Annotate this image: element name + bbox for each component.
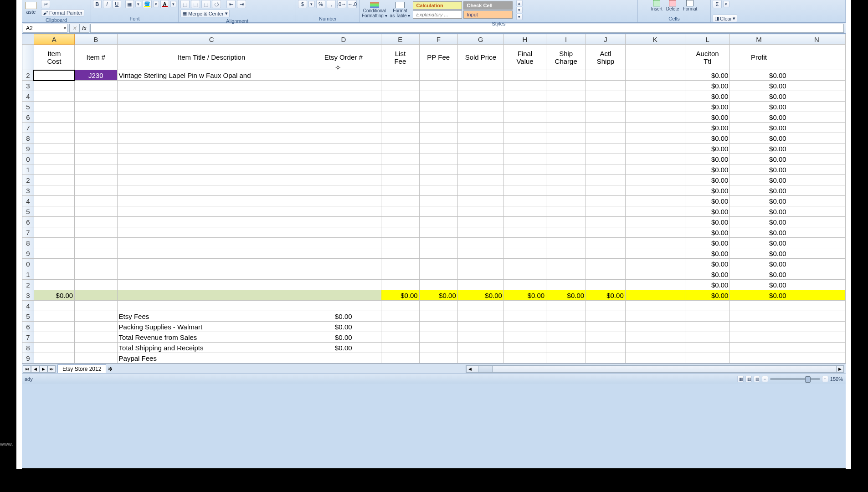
cell-E20[interactable] (381, 259, 420, 269)
cell-C11[interactable] (117, 164, 306, 175)
cell-I11[interactable] (546, 164, 586, 175)
summary-val-0[interactable]: $0.00 (306, 311, 381, 322)
cell-K20[interactable] (625, 259, 685, 269)
fill-dropdown[interactable]: ▾ (153, 1, 159, 7)
cell-B9[interactable] (75, 144, 117, 154)
cell-E23[interactable]: $0.00 (381, 290, 420, 301)
cell-F8[interactable] (419, 133, 457, 144)
cell-E14[interactable] (381, 196, 420, 206)
cell-E12[interactable] (381, 175, 420, 185)
cell-K12[interactable] (625, 175, 685, 185)
cell-A17[interactable] (34, 227, 74, 238)
cell-K19[interactable] (625, 248, 685, 259)
cell-E22[interactable] (381, 280, 420, 290)
cell-G12[interactable] (457, 175, 503, 185)
cell-D24[interactable] (306, 301, 381, 311)
header-F[interactable]: PP Fee (419, 45, 457, 70)
cell-M17[interactable]: $0.00 (730, 227, 788, 238)
cell-H14[interactable] (503, 196, 546, 206)
cell-K8[interactable] (625, 133, 685, 144)
cell-B5[interactable] (75, 102, 117, 112)
cell-K16[interactable] (625, 217, 685, 227)
cell-I3[interactable] (546, 81, 586, 91)
cell-M2[interactable]: $0.00 (730, 70, 788, 81)
styles-scroll-down[interactable]: ▾ (516, 7, 523, 13)
cell-J16[interactable] (586, 217, 626, 227)
cell-G22[interactable] (457, 280, 503, 290)
align-top-button[interactable]: ⬚ (180, 0, 190, 8)
tab-last-button[interactable]: ⏭ (47, 365, 56, 373)
cell-L5[interactable]: $0.00 (685, 102, 730, 112)
summary-label-1[interactable]: Packing Supplies - Walmart (117, 322, 306, 332)
header-L[interactable]: AucitonTtl (685, 45, 730, 70)
styles-scroll-up[interactable]: ▴ (516, 0, 523, 6)
summary-val-1[interactable]: $0.00 (306, 322, 381, 332)
cell-A9[interactable] (34, 144, 74, 154)
cell-N15[interactable] (788, 206, 845, 217)
cell-G14[interactable] (457, 196, 503, 206)
cell-G20[interactable] (457, 259, 503, 269)
cell-A4[interactable] (34, 91, 74, 102)
cell-M22[interactable]: $0.00 (730, 280, 788, 290)
insert-button[interactable]: Insert (651, 0, 663, 11)
cell-L23[interactable]: $0.00 (685, 290, 730, 301)
cell-L10[interactable]: $0.00 (685, 154, 730, 164)
cell-H4[interactable] (503, 91, 546, 102)
cell-I9[interactable] (546, 144, 586, 154)
cell-G3[interactable] (457, 81, 503, 91)
clear-button[interactable]: ◨Clear ▾ (713, 15, 737, 22)
cell-K18[interactable] (625, 238, 685, 248)
cell-A7[interactable] (34, 123, 74, 133)
cell-G18[interactable] (457, 238, 503, 248)
cell-N2[interactable] (788, 70, 845, 81)
cell-L4[interactable]: $0.00 (685, 91, 730, 102)
cell-M19[interactable]: $0.00 (730, 248, 788, 259)
cell-E9[interactable] (381, 144, 420, 154)
header-B[interactable]: Item # (75, 45, 117, 70)
row-header-16[interactable]: 6 (22, 217, 34, 227)
decrease-decimal-button[interactable]: ←.0 (348, 0, 357, 8)
cell-D9[interactable] (306, 144, 381, 154)
cell-D6[interactable] (306, 112, 381, 123)
cell-M4[interactable]: $0.00 (730, 91, 788, 102)
cell-M12[interactable]: $0.00 (730, 175, 788, 185)
cell-F14[interactable] (419, 196, 457, 206)
summary-val-4[interactable] (306, 353, 381, 364)
format-painter-button[interactable]: 🖌Format Painter (41, 9, 84, 16)
cell-A12[interactable] (34, 175, 74, 185)
cell-D17[interactable] (306, 227, 381, 238)
cell-G23[interactable]: $0.00 (457, 290, 503, 301)
cell-E19[interactable] (381, 248, 420, 259)
cell-N14[interactable] (788, 196, 845, 206)
cell-A14[interactable] (34, 196, 74, 206)
header-I[interactable]: ShipCharge (546, 45, 586, 70)
row-header-23[interactable]: 3 (22, 290, 34, 301)
style-calculation[interactable]: Calculation (413, 1, 462, 10)
cell-L19[interactable]: $0.00 (685, 248, 730, 259)
cell-J12[interactable] (586, 175, 626, 185)
cell-B15[interactable] (75, 206, 117, 217)
cell-F6[interactable] (419, 112, 457, 123)
cell-H2[interactable] (503, 70, 546, 81)
cell-M16[interactable]: $0.00 (730, 217, 788, 227)
cell-J5[interactable] (586, 102, 626, 112)
conditional-formatting-button[interactable]: Conditional Formatting ▾ (362, 2, 387, 18)
cell-I2[interactable] (546, 70, 586, 81)
cell-D14[interactable] (306, 196, 381, 206)
column-header-N[interactable]: N (788, 34, 845, 45)
cell-H21[interactable] (503, 269, 546, 280)
scroll-left-button[interactable]: ◀ (466, 366, 473, 372)
underline-button[interactable]: U (113, 0, 121, 8)
cell-D16[interactable] (306, 217, 381, 227)
cell-F4[interactable] (419, 91, 457, 102)
cell-D19[interactable] (306, 248, 381, 259)
cell-K14[interactable] (625, 196, 685, 206)
cell-D5[interactable] (306, 102, 381, 112)
cell-I24[interactable] (546, 301, 586, 311)
style-explanatory[interactable]: Explanatory ... (413, 10, 462, 19)
row-header-29[interactable]: 9 (22, 353, 34, 364)
cell-I7[interactable] (546, 123, 586, 133)
cell-H20[interactable] (503, 259, 546, 269)
cell-H19[interactable] (503, 248, 546, 259)
cell-G15[interactable] (457, 206, 503, 217)
